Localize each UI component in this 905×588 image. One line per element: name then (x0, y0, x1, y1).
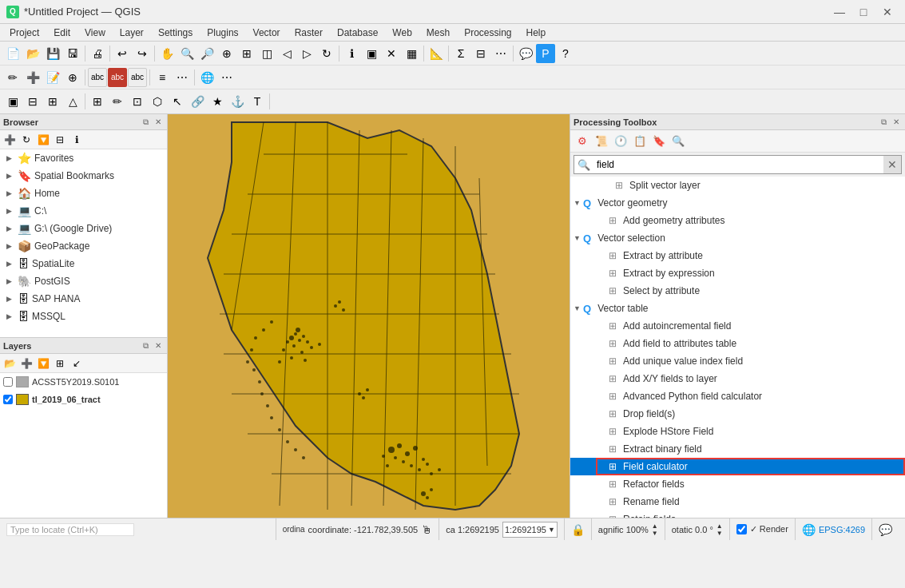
toolbox-refactor-fields[interactable]: ⊞ Refactor fields (570, 475, 905, 493)
toolbox-retain-fields[interactable]: ⊞ Retain fields (570, 511, 905, 518)
toolbox-rename-field[interactable]: ⊞ Rename field (570, 493, 905, 511)
menu-settings[interactable]: Settings (152, 26, 199, 40)
browser-item-bookmarks[interactable]: ▶ 🔖 Spatial Bookmarks (0, 167, 167, 185)
tiles-button[interactable]: ⊟ (471, 44, 490, 63)
move-btn[interactable]: ⊕ (63, 68, 82, 87)
browser-collapse-btn[interactable]: ⊟ (52, 132, 68, 148)
python-button[interactable]: P (536, 44, 555, 63)
star-btn[interactable]: ★ (208, 92, 227, 111)
edit-pencil-btn[interactable]: ✏ (108, 92, 127, 111)
browser-add-btn[interactable]: ➕ (2, 132, 18, 148)
label-btn-3[interactable]: abc (128, 68, 147, 87)
browser-item-postgis[interactable]: ▶ 🐘 PostGIS (0, 272, 167, 290)
more-btn-2[interactable]: ⋯ (173, 68, 192, 87)
minimize-button[interactable]: — (828, 3, 851, 21)
deselect-button[interactable]: ✕ (382, 44, 401, 63)
open-project-button[interactable]: 📂 (23, 44, 42, 63)
menu-plugins[interactable]: Plugins (200, 26, 244, 40)
menu-project[interactable]: Project (3, 26, 46, 40)
add-layer-btn[interactable]: ➕ (23, 68, 42, 87)
more-btn-3[interactable]: ⋯ (217, 68, 236, 87)
menu-raster[interactable]: Raster (288, 26, 329, 40)
layer-checkbox-acs[interactable] (3, 377, 13, 387)
new-project-button[interactable]: 📄 (3, 44, 22, 63)
help-button[interactable]: ? (556, 44, 575, 63)
zoom-selection-button[interactable]: ⊞ (237, 44, 256, 63)
toolbox-bookmark-btn[interactable]: 🔖 (650, 133, 668, 150)
zoom-next-button[interactable]: ▷ (297, 44, 316, 63)
select-all-btn[interactable]: ▣ (3, 92, 22, 111)
toolbox-float-button[interactable]: ⧉ (878, 117, 889, 128)
polygon-btn[interactable]: ⬡ (148, 92, 167, 111)
layers-expand-btn[interactable]: ⊞ (52, 356, 68, 371)
browser-item-spatialite[interactable]: ▶ 🗄 SpatiaLite (0, 255, 167, 272)
magnify-arrows[interactable]: ▲ ▼ (652, 522, 658, 537)
browser-item-c[interactable]: ▶ 💻 C:\ (0, 202, 167, 220)
undo-button[interactable]: ↩ (113, 44, 132, 63)
layers-filter-btn[interactable]: 🔽 (35, 356, 51, 371)
menu-view[interactable]: View (78, 26, 112, 40)
menu-layer[interactable]: Layer (113, 26, 150, 40)
toolbox-extract-binary[interactable]: ⊞ Extract binary field (570, 440, 905, 458)
redo-button[interactable]: ↪ (133, 44, 152, 63)
open-table-button[interactable]: ▦ (402, 44, 421, 63)
browser-refresh-btn[interactable]: ↻ (18, 132, 34, 148)
toolbox-cat-vector-geometry[interactable]: ▼ Q Vector geometry (570, 194, 905, 212)
toolbox-cat-vector-table[interactable]: ▼ Q Vector table (570, 300, 905, 317)
toolbox-extract-by-expression[interactable]: ⊞ Extract by expression (570, 264, 905, 282)
layer-item-acs[interactable]: ACSST5Y2019.S0101 (0, 373, 167, 391)
map-extent-btn[interactable]: ⊞ (43, 92, 62, 111)
zoom-out-button[interactable]: 🔎 (197, 44, 216, 63)
zoom-prev-button[interactable]: ◁ (277, 44, 296, 63)
toolbox-results-btn[interactable]: 📋 (631, 133, 649, 150)
search-clear-button[interactable]: ✕ (883, 156, 901, 173)
field-calc-btn[interactable]: ≡ (153, 68, 172, 87)
toolbox-cat-vector-selection[interactable]: ▼ Q Vector selection (570, 229, 905, 247)
print-button[interactable]: 🖨 (88, 44, 107, 63)
save-as-button[interactable]: 🖫 (63, 44, 82, 63)
toolbox-add-unique-index[interactable]: ⊞ Add unique value index field (570, 352, 905, 370)
digitize-btn[interactable]: ✏ (3, 68, 22, 87)
anchor-btn[interactable]: ⚓ (228, 92, 247, 111)
menu-web[interactable]: Web (386, 26, 418, 40)
label-btn-2[interactable]: abc (108, 68, 127, 87)
locator-input-label[interactable]: Type to locate (Ctrl+K) (6, 523, 134, 536)
layer-item-tract[interactable]: tl_2019_06_tract (0, 391, 167, 408)
layers-remove-btn[interactable]: ↙ (69, 356, 85, 371)
toolbox-select-by-attribute[interactable]: ⊞ Select by attribute (570, 282, 905, 300)
toolbox-search-input[interactable] (593, 156, 883, 173)
menu-mesh[interactable]: Mesh (420, 26, 456, 40)
menu-processing[interactable]: Processing (458, 26, 518, 40)
toolbox-add-geometry-attr[interactable]: ⊞ Add geometry attributes (570, 212, 905, 229)
zoom-layer-button[interactable]: ◫ (257, 44, 276, 63)
browser-info-btn[interactable]: ℹ (69, 132, 85, 148)
toolbox-clock-btn[interactable]: 🕐 (612, 133, 629, 150)
toolbox-history-btn[interactable]: 📜 (593, 133, 610, 150)
toolbox-explode-hstore[interactable]: ⊞ Explode HStore Field (570, 423, 905, 440)
toolbox-run-btn[interactable]: ⚙ (574, 133, 591, 150)
link-btn[interactable]: 🔗 (188, 92, 207, 111)
browser-float-button[interactable]: ⧉ (140, 117, 151, 128)
map-area[interactable] (168, 114, 570, 518)
browser-item-google[interactable]: ▶ 💻 G:\ (Google Drive) (0, 220, 167, 237)
rotation-arrows[interactable]: ▲ ▼ (716, 522, 723, 537)
browser-item-sap[interactable]: ▶ 🗄 SAP HANA (0, 290, 167, 308)
browser-item-home[interactable]: ▶ 🏠 Home (0, 185, 167, 202)
combo-down-btn[interactable]: ⊟ (23, 92, 42, 111)
browser-item-mssql[interactable]: ▶ 🗄 MSSQL (0, 308, 167, 325)
layers-float-button[interactable]: ⧉ (140, 340, 151, 352)
scale-combo[interactable]: 1:2692195 ▼ (502, 522, 558, 538)
north-arrow-btn[interactable]: △ (63, 92, 82, 111)
edit-layer-btn[interactable]: 📝 (43, 68, 62, 87)
identify-button[interactable]: ℹ (342, 44, 361, 63)
layer-checkbox-tract[interactable] (3, 395, 13, 404)
epsg-value[interactable]: EPSG:4269 (819, 525, 865, 534)
browser-filter-btn[interactable]: 🔽 (35, 132, 51, 148)
layers-close-button[interactable]: ✕ (153, 340, 164, 352)
toolbox-field-calculator[interactable]: ⊞ Field calculator (570, 458, 905, 475)
toolbox-drop-fields[interactable]: ⊞ Drop field(s) (570, 405, 905, 423)
toolbox-advanced-python[interactable]: ⊞ Advanced Python field calculator (570, 387, 905, 405)
menu-database[interactable]: Database (331, 26, 384, 40)
maximize-button[interactable]: □ (852, 3, 875, 21)
layers-open-btn[interactable]: 📂 (2, 356, 18, 371)
